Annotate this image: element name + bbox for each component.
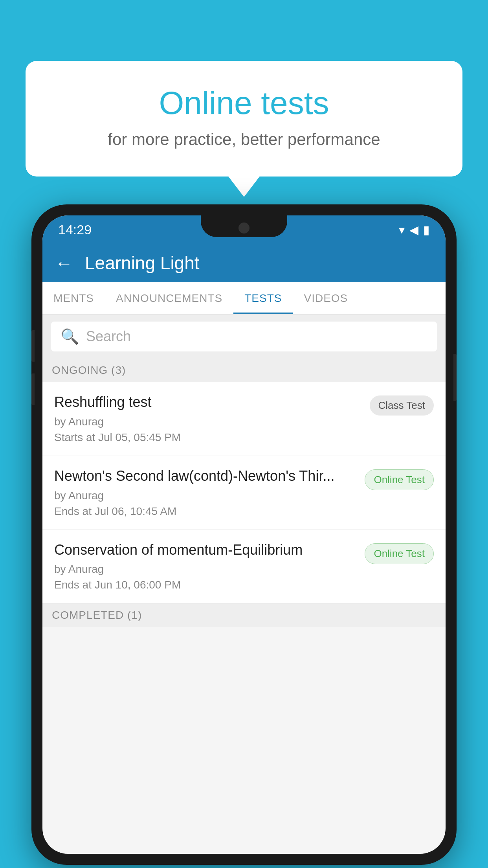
test-item[interactable]: Newton's Second law(contd)-Newton's Thir… bbox=[42, 456, 446, 530]
search-bar[interactable]: 🔍 Search bbox=[51, 322, 437, 351]
status-icons: ▾ ◀ ▮ bbox=[399, 223, 430, 237]
test-name: Newton's Second law(contd)-Newton's Thir… bbox=[54, 467, 357, 485]
test-time: Ends at Jul 06, 10:45 AM bbox=[54, 505, 357, 518]
completed-section-label: COMPLETED (1) bbox=[42, 603, 446, 627]
test-item[interactable]: Conservation of momentum-Equilibrium by … bbox=[42, 530, 446, 604]
tab-announcements[interactable]: ANNOUNCEMENTS bbox=[105, 282, 233, 314]
tab-tests[interactable]: TESTS bbox=[233, 282, 293, 314]
test-badge-class: Class Test bbox=[370, 395, 434, 416]
battery-icon: ▮ bbox=[423, 223, 430, 237]
wifi-icon: ▾ bbox=[399, 223, 405, 237]
bubble-subtitle: for more practice, better performance bbox=[57, 130, 431, 149]
test-time: Ends at Jun 10, 06:00 PM bbox=[54, 579, 357, 591]
test-badge-online: Online Test bbox=[365, 543, 434, 564]
tab-videos[interactable]: VIDEOS bbox=[293, 282, 359, 314]
bubble-card: Online tests for more practice, better p… bbox=[26, 61, 462, 177]
test-item-content: Conservation of momentum-Equilibrium by … bbox=[54, 541, 365, 592]
search-input[interactable]: Search bbox=[86, 328, 131, 345]
search-icon: 🔍 bbox=[61, 328, 79, 345]
test-author: by Anurag bbox=[54, 563, 357, 576]
promo-bubble: Online tests for more practice, better p… bbox=[26, 61, 462, 177]
back-button[interactable]: ← bbox=[55, 254, 73, 272]
volume-up-button bbox=[31, 330, 35, 362]
phone-notch bbox=[201, 215, 287, 237]
test-name: Conservation of momentum-Equilibrium bbox=[54, 541, 357, 559]
test-list: Reshuffling test by Anurag Starts at Jul… bbox=[42, 382, 446, 603]
phone-screen: 14:29 ▾ ◀ ▮ ← Learning Light MENTS ANNOU… bbox=[42, 215, 446, 854]
power-button bbox=[453, 354, 457, 401]
test-badge-online: Online Test bbox=[365, 469, 434, 490]
tabs-bar: MENTS ANNOUNCEMENTS TESTS VIDEOS bbox=[42, 282, 446, 314]
status-time: 14:29 bbox=[58, 222, 92, 237]
test-item-content: Newton's Second law(contd)-Newton's Thir… bbox=[54, 467, 365, 518]
test-author: by Anurag bbox=[54, 416, 362, 428]
phone-frame: 14:29 ▾ ◀ ▮ ← Learning Light MENTS ANNOU… bbox=[31, 204, 457, 865]
test-item[interactable]: Reshuffling test by Anurag Starts at Jul… bbox=[42, 382, 446, 456]
test-name: Reshuffling test bbox=[54, 393, 362, 412]
tab-ments[interactable]: MENTS bbox=[42, 282, 105, 314]
front-camera bbox=[238, 223, 250, 234]
test-author: by Anurag bbox=[54, 489, 357, 502]
search-wrapper: 🔍 Search bbox=[42, 314, 446, 359]
app-header: ← Learning Light bbox=[42, 244, 446, 282]
volume-down-button bbox=[31, 373, 35, 405]
test-item-content: Reshuffling test by Anurag Starts at Jul… bbox=[54, 393, 370, 444]
ongoing-section-label: ONGOING (3) bbox=[42, 359, 446, 382]
test-time: Starts at Jul 05, 05:45 PM bbox=[54, 431, 362, 444]
bubble-title: Online tests bbox=[57, 85, 431, 121]
app-title: Learning Light bbox=[85, 252, 200, 274]
signal-icon: ◀ bbox=[409, 223, 418, 237]
